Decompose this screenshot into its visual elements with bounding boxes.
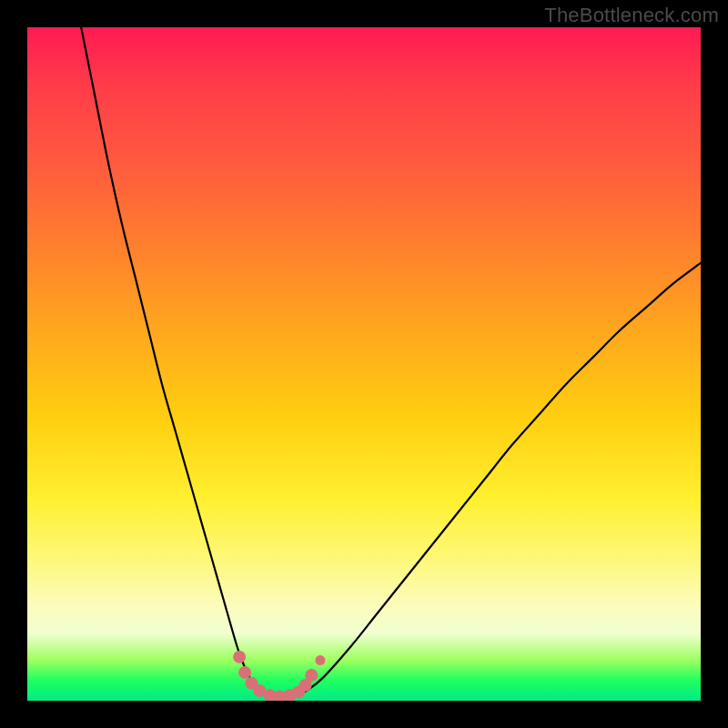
watermark-text: TheBottleneck.com xyxy=(544,4,719,27)
plot-area xyxy=(27,27,701,701)
plot-svg xyxy=(27,27,701,701)
trough-markers xyxy=(233,651,325,701)
trough-marker xyxy=(233,651,246,663)
chart-frame: TheBottleneck.com xyxy=(0,0,728,728)
trough-marker xyxy=(315,655,325,665)
trough-marker xyxy=(305,669,318,682)
trough-marker xyxy=(238,666,251,679)
bottleneck-curve xyxy=(81,27,701,697)
